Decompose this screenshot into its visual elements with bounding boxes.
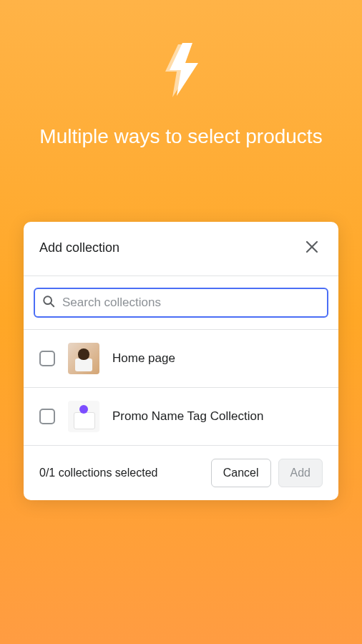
collection-thumbnail	[68, 401, 99, 432]
search-icon	[42, 295, 55, 311]
cancel-button[interactable]: Cancel	[211, 459, 271, 487]
selection-status: 0/1 collections selected	[39, 467, 157, 479]
add-collection-modal: Add collection Home page	[24, 222, 338, 500]
collection-label: Home page	[112, 351, 175, 366]
hero: Multiple ways to select products	[0, 0, 362, 150]
add-button[interactable]: Add	[278, 459, 323, 487]
hero-title: Multiple ways to select products	[0, 123, 362, 150]
lightning-bolt-icon	[158, 43, 204, 102]
footer-actions: Cancel Add	[211, 459, 323, 487]
collection-row[interactable]: Promo Name Tag Collection	[24, 387, 338, 445]
close-icon	[304, 239, 320, 257]
modal-title: Add collection	[39, 240, 119, 255]
modal-footer: 0/1 collections selected Cancel Add	[24, 445, 338, 500]
search-section	[24, 276, 338, 329]
search-input[interactable]	[62, 296, 320, 310]
close-button[interactable]	[301, 236, 323, 260]
checkbox[interactable]	[39, 409, 55, 424]
collection-label: Promo Name Tag Collection	[112, 409, 263, 424]
collection-thumbnail	[68, 343, 99, 374]
search-box[interactable]	[34, 288, 328, 318]
svg-line-3	[51, 303, 54, 306]
collection-row[interactable]: Home page	[24, 329, 338, 387]
modal-header: Add collection	[24, 222, 338, 275]
checkbox[interactable]	[39, 351, 55, 366]
